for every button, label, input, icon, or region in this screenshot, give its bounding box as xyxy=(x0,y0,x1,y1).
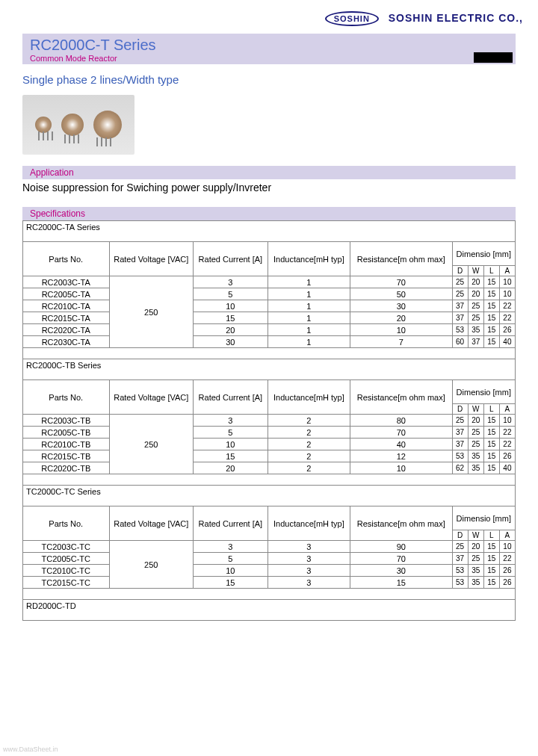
coil-icon xyxy=(93,111,122,139)
cell: 250 xyxy=(109,415,193,474)
column-header: Dimensio [mm] xyxy=(452,380,515,404)
column-header: Parts No. xyxy=(23,380,110,415)
cell: RC2020C-TA xyxy=(23,324,110,336)
cell: 15 xyxy=(483,324,499,336)
cell: 37 xyxy=(452,553,468,565)
column-header: Resistance[m ohm max] xyxy=(350,506,453,541)
cell: 15 xyxy=(483,577,499,589)
dim-header: L xyxy=(483,530,499,541)
coil-icon xyxy=(61,114,84,136)
table-row: TC2005C-TC537037251522 xyxy=(23,553,516,565)
table-row: RC2010C-TB1024037251522 xyxy=(23,439,516,450)
cell: 53 xyxy=(452,450,468,462)
cell: 1 xyxy=(268,324,350,336)
cell: 2 xyxy=(268,462,350,474)
cell: 1 xyxy=(268,336,350,348)
cell: 26 xyxy=(499,577,515,589)
series-title: RC2000C-T Series xyxy=(30,37,508,54)
cell: 53 xyxy=(452,324,468,336)
cell: 53 xyxy=(452,577,468,589)
cell: 15 xyxy=(483,276,499,288)
cell: 3 xyxy=(268,577,350,589)
column-header: Dimensio [mm] xyxy=(452,506,515,530)
cell: 20 xyxy=(468,276,483,288)
cell: 60 xyxy=(452,336,468,348)
cell: RC2010C-TB xyxy=(23,439,110,450)
cell: 15 xyxy=(194,312,268,324)
cell: 25 xyxy=(468,439,483,450)
cell: 80 xyxy=(350,415,453,427)
cell: 250 xyxy=(109,276,193,348)
series-label: RC2000C-TB Series xyxy=(23,359,516,380)
cell: 15 xyxy=(483,565,499,577)
cell: 10 xyxy=(499,415,515,427)
cell: RC2015C-TA xyxy=(23,312,110,324)
cell: 3 xyxy=(268,553,350,565)
cell: 35 xyxy=(468,450,483,462)
cell: 15 xyxy=(483,427,499,439)
cell: 15 xyxy=(483,300,499,312)
cell: 5 xyxy=(194,288,268,300)
cell: 70 xyxy=(350,553,453,565)
cell: 70 xyxy=(350,427,453,439)
cell: 1 xyxy=(268,312,350,324)
cell: 7 xyxy=(350,336,453,348)
cell: 15 xyxy=(194,577,268,589)
cell: 20 xyxy=(350,312,453,324)
cell: RC2015C-TB xyxy=(23,450,110,462)
column-header: Dimensio [mm] xyxy=(452,242,515,266)
cell: 5 xyxy=(194,553,268,565)
application-header: Application xyxy=(22,166,516,179)
cell: RC2005C-TA xyxy=(23,288,110,300)
table-row: TC2010C-TC1033053351526 xyxy=(23,565,516,577)
column-header: Rated Voltage [VAC] xyxy=(109,242,193,276)
cell: 62 xyxy=(452,462,468,474)
cell: 35 xyxy=(468,462,483,474)
cell: TC2003C-TC xyxy=(23,541,110,553)
spacer xyxy=(23,589,516,600)
cell: 12 xyxy=(350,450,453,462)
table-row: TC2003C-TC250339025201510 xyxy=(23,541,516,553)
column-header: Inductance[mH typ] xyxy=(268,242,350,276)
cell: 15 xyxy=(194,450,268,462)
table-row: RC2020C-TA2011053351526 xyxy=(23,324,516,336)
application-text: Noise suppression for Swiching power sup… xyxy=(0,179,538,202)
column-header: Rated Current [A] xyxy=(194,242,268,276)
cell: 15 xyxy=(483,415,499,427)
cell: 40 xyxy=(499,462,515,474)
cell: 26 xyxy=(499,324,515,336)
cell: 26 xyxy=(499,565,515,577)
column-header: Parts No. xyxy=(23,242,110,276)
table-row: RC2015C-TB1521253351526 xyxy=(23,450,516,462)
title-bar: RC2000C-T Series Common Mode Reactor xyxy=(22,34,516,64)
company-name: SOSHIN ELECTRIC CO., xyxy=(389,12,523,24)
cell: 10 xyxy=(194,565,268,577)
spec-tables: RC2000C-TA SeriesParts No.Rated Voltage … xyxy=(22,220,516,621)
cell: RC2003C-TB xyxy=(23,415,110,427)
dim-header: W xyxy=(468,266,483,276)
cell: 15 xyxy=(483,439,499,450)
column-header: Rated Current [A] xyxy=(194,380,268,415)
cell: 15 xyxy=(483,553,499,565)
table-row: RC2003C-TB250328025201510 xyxy=(23,415,516,427)
cell: 25 xyxy=(452,541,468,553)
table-row: RC2003C-TA250317025201510 xyxy=(23,276,516,288)
dim-header: W xyxy=(468,404,483,415)
cell: 37 xyxy=(452,439,468,450)
coil-icon xyxy=(35,117,52,133)
dim-header: D xyxy=(452,266,468,276)
cell: 10 xyxy=(194,439,268,450)
column-header: Parts No. xyxy=(23,506,110,541)
product-image xyxy=(22,95,134,155)
table-row: RC2015C-TA1512037251522 xyxy=(23,312,516,324)
logo-oval: SOSHIN xyxy=(325,11,379,26)
dim-header: L xyxy=(483,266,499,276)
specifications-table: RC2000C-TA SeriesParts No.Rated Voltage … xyxy=(22,220,516,621)
cell: 15 xyxy=(483,541,499,553)
cell: TC2010C-TC xyxy=(23,565,110,577)
cell: 3 xyxy=(268,565,350,577)
cell: 10 xyxy=(499,541,515,553)
dim-header: W xyxy=(468,530,483,541)
cell: 3 xyxy=(268,541,350,553)
black-box-decoration xyxy=(474,52,513,63)
